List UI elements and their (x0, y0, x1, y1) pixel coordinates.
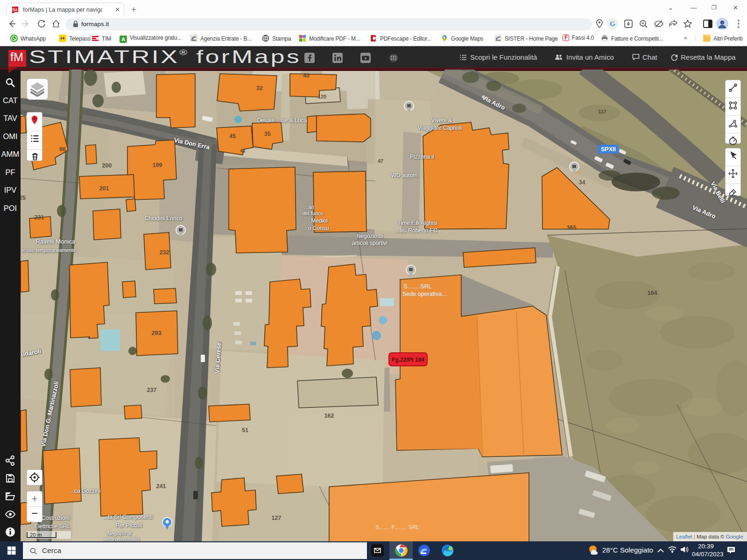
svg-text:Negozio di: Negozio di (357, 233, 383, 239)
svg-text:293: 293 (152, 330, 162, 336)
svg-text:Ravelli Monica: Ravelli Monica (36, 238, 76, 245)
svg-text:45: 45 (229, 133, 236, 140)
svg-text:35: 35 (264, 131, 271, 137)
svg-text:fM: fM (13, 7, 17, 12)
svg-text:51: 51 (242, 427, 248, 434)
svg-text:del fuoco: del fuoco (303, 210, 324, 216)
svg-text:...lisi Roberto EC: ...lisi Roberto EC (395, 227, 437, 234)
svg-text:96: 96 (59, 146, 66, 153)
svg-text:232: 232 (160, 249, 169, 256)
svg-text:40: 40 (303, 72, 310, 79)
svg-text:365: 365 (567, 224, 577, 231)
svg-text:...ta Srl Componenti: ...ta Srl Componenti (103, 514, 153, 520)
svg-text:Costruzioni: Costruzioni (42, 515, 70, 521)
svg-text:237: 237 (147, 387, 157, 393)
svg-text:Deluxe ...ise & Luca: Deluxe ...ise & Luca (257, 117, 307, 124)
svg-text:Per Piccoli: Per Piccoli (116, 522, 142, 529)
svg-text:Vivere &: Vivere & (431, 117, 452, 124)
svg-text:o Consu: o Consu (308, 225, 329, 231)
svg-text:47: 47 (378, 158, 383, 164)
svg-text:20 m: 20 m (30, 532, 42, 538)
svg-text:Leaflet | Map data © Google: Leaflet | Map data © Google (676, 534, 743, 539)
svg-text:162: 162 (324, 413, 334, 419)
svg-text:231: 231 (35, 214, 44, 221)
svg-text:Elettriche SRL: Elettriche SRL (35, 523, 70, 530)
svg-text:25: 25 (21, 195, 26, 201)
svg-text:127: 127 (272, 515, 282, 521)
svg-text:241: 241 (156, 483, 166, 490)
svg-text:in uso temporaneamente: in uso temporaneamente (21, 247, 76, 253)
svg-text:elettrodomestici: elettrodomestici (103, 536, 139, 541)
svg-text:Pizzeria il: Pizzeria il (410, 154, 434, 160)
svg-text:...ca Gozzini: ...ca Gozzini (70, 488, 100, 494)
svg-text:S....... SRL: S....... SRL (403, 283, 431, 290)
svg-text:164: 164 (648, 290, 657, 296)
svg-text:Viaggiare Caprioli: Viaggiare Caprioli (418, 125, 462, 131)
svg-text:34: 34 (579, 179, 585, 186)
svg-text:Time F.lli Alghisi: Time F.lli Alghisi (398, 220, 437, 226)
svg-text:articoli sportivi: articoli sportivi (352, 240, 388, 246)
svg-text:Fg.22/Pt 194: Fg.22/Pt 194 (392, 357, 424, 363)
svg-text:120: 120 (318, 94, 326, 99)
svg-text:Chiodini Enrico: Chiodini Enrico (145, 215, 183, 222)
svg-text:Sede operativa...: Sede operativa... (402, 291, 447, 297)
svg-text:32: 32 (256, 85, 263, 91)
svg-text:S....... F........ SRL: S....... F........ SRL (375, 524, 419, 531)
svg-text:201: 201 (99, 185, 109, 192)
svg-text:117: 117 (598, 109, 606, 114)
svg-text:Mediol: Mediol (311, 217, 327, 224)
svg-text:...ari: ...ari (304, 204, 314, 210)
svg-text:Negozio di: Negozio di (107, 531, 132, 536)
svg-text:SPXII: SPXII (601, 146, 616, 153)
svg-text:WD autom: WD autom (391, 172, 418, 179)
svg-text:46: 46 (240, 148, 246, 154)
svg-text:200: 200 (102, 162, 112, 169)
svg-text:199: 199 (153, 162, 162, 168)
